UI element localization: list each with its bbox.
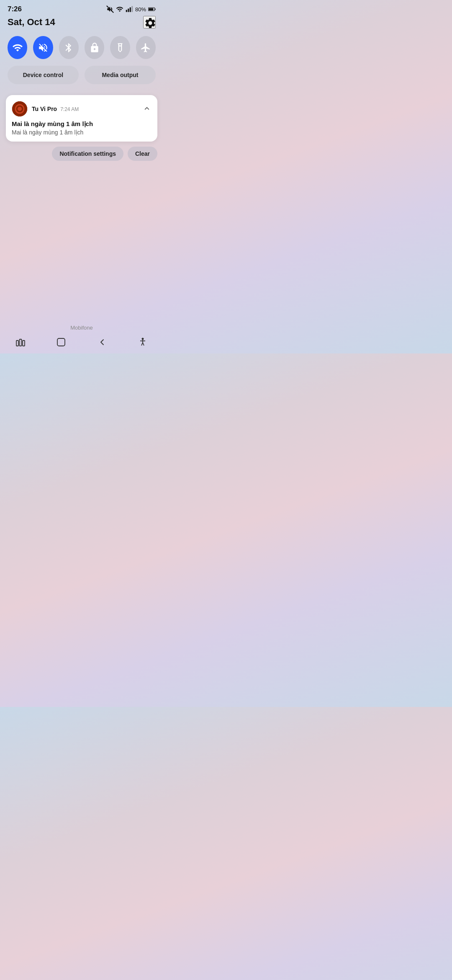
svg-line-19 (143, 343, 144, 346)
accessibility-icon (138, 337, 148, 347)
svg-rect-11 (16, 340, 18, 346)
control-buttons: Device control Media output (0, 64, 163, 91)
collapse-button[interactable] (142, 104, 152, 114)
svg-rect-13 (23, 340, 25, 346)
bluetooth-icon (63, 42, 74, 53)
status-bar: 7:26 80% (0, 0, 163, 15)
wifi-icon (116, 5, 123, 13)
svg-rect-14 (57, 338, 65, 346)
mute-icon (106, 5, 114, 13)
svg-rect-4 (131, 6, 133, 12)
nav-bar (0, 333, 163, 353)
notification-settings-button[interactable]: Notification settings (52, 147, 123, 161)
device-control-button[interactable]: Device control (8, 66, 79, 84)
svg-point-10 (18, 107, 22, 111)
notification-card: Tu Vi Pro 7:24 AM Mai là ngày mùng 1 âm … (6, 95, 157, 142)
battery-icon (148, 5, 156, 13)
notif-app-info: Tu Vi Pro 7:24 AM (12, 101, 79, 117)
notif-header: Tu Vi Pro 7:24 AM (12, 101, 152, 117)
airplane-toggle[interactable] (136, 36, 156, 59)
back-icon (97, 337, 107, 347)
clear-button[interactable]: Clear (128, 147, 157, 161)
sound-off-icon (38, 42, 49, 53)
notif-time: 7:24 AM (60, 106, 79, 112)
notif-body: Mai là ngày mùng 1 âm lịch (12, 129, 152, 136)
app-name-row: Tu Vi Pro 7:24 AM (32, 106, 79, 112)
date-display: Sat, Oct 14 (8, 17, 55, 28)
svg-rect-3 (130, 8, 131, 12)
svg-rect-2 (128, 9, 129, 12)
home-icon (56, 337, 66, 347)
bluetooth-toggle[interactable] (59, 36, 79, 59)
app-icon (12, 101, 28, 117)
notif-text-header: Tu Vi Pro 7:24 AM (32, 106, 79, 112)
app-name: Tu Vi Pro (32, 106, 57, 112)
home-button[interactable] (56, 337, 66, 347)
recent-apps-icon (15, 337, 26, 347)
media-output-button[interactable]: Media output (85, 66, 156, 84)
svg-rect-12 (19, 339, 21, 346)
carrier-text: Mobifone (0, 325, 163, 331)
lock-icon (89, 42, 100, 53)
recent-apps-button[interactable] (15, 337, 26, 347)
accessibility-button[interactable] (138, 337, 148, 347)
status-icons: 80% (106, 5, 156, 13)
svg-point-15 (142, 338, 144, 340)
flashlight-toggle[interactable] (110, 36, 130, 59)
date-row: Sat, Oct 14 (0, 15, 163, 33)
settings-button[interactable] (143, 16, 156, 28)
quick-toggles (0, 33, 163, 64)
back-button[interactable] (97, 337, 107, 347)
wifi-toggle[interactable] (8, 36, 27, 59)
airplane-icon (140, 42, 151, 53)
notif-actions: Notification settings Clear (0, 142, 163, 161)
screen-lock-toggle[interactable] (85, 36, 104, 59)
flashlight-icon (115, 42, 126, 53)
svg-rect-1 (126, 10, 127, 12)
wifi-toggle-icon (12, 42, 23, 53)
svg-rect-7 (149, 8, 153, 10)
app-icon-image (12, 101, 27, 116)
chevron-up-icon (142, 104, 152, 113)
app-icon-svg (12, 101, 27, 116)
notif-title: Mai là ngày mùng 1 âm lịch (12, 120, 152, 128)
gear-icon (144, 17, 157, 29)
battery-text: 80% (135, 6, 146, 13)
svg-rect-6 (155, 9, 156, 10)
status-time: 7:26 (8, 5, 22, 13)
sound-toggle[interactable] (33, 36, 53, 59)
signal-icon (126, 5, 133, 13)
